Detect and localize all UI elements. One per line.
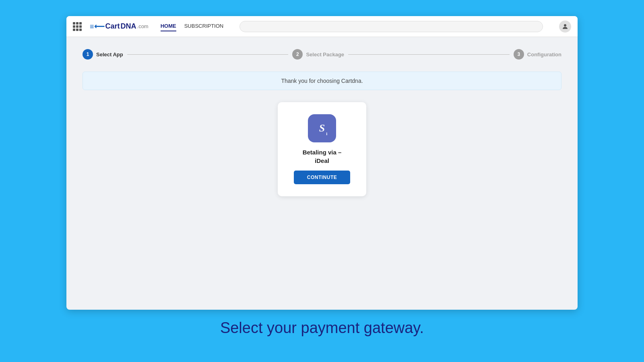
continue-button[interactable]: CONTINUTE <box>294 171 350 184</box>
nav-home[interactable]: HOME <box>161 21 176 31</box>
caption-text: Select your payment gateway. <box>220 319 424 337</box>
step-line-2 <box>348 54 510 55</box>
svg-point-0 <box>564 24 566 27</box>
step-3: 3 Configuration <box>514 49 561 60</box>
app-icon: Si <box>308 114 336 142</box>
nav-links: HOME SUBSCRIPTION <box>161 21 224 31</box>
step-1-label: Select App <box>96 51 123 58</box>
step-3-label: Configuration <box>527 51 561 58</box>
step-1: 1 Select App <box>83 49 123 60</box>
step-line-1 <box>127 54 289 55</box>
card-container: Si Betaling via –iDeal CONTINUTE <box>83 102 561 196</box>
step-2-label: Select Package <box>306 51 344 58</box>
grid-icon[interactable] <box>73 22 82 31</box>
app-icon-letter: Si <box>319 122 325 134</box>
app-card: Si Betaling via –iDeal CONTINUTE <box>278 102 366 196</box>
user-avatar[interactable] <box>559 21 571 33</box>
step-2-circle: 2 <box>292 49 303 60</box>
browser-window: ≡⟵ CartDNA.com HOME SUBSCRIPTION 1 Selec… <box>66 16 578 310</box>
page-content: 1 Select App 2 Select Package 3 Configur… <box>66 37 578 310</box>
step-3-circle: 3 <box>514 49 524 60</box>
nav-subscription[interactable]: SUBSCRIPTION <box>184 21 224 31</box>
step-2: 2 Select Package <box>292 49 344 60</box>
thank-you-banner: Thank you for choosing Cartdna. <box>83 72 561 90</box>
step-1-circle: 1 <box>83 49 93 60</box>
app-name: Betaling via –iDeal <box>303 148 342 165</box>
caption: Select your payment gateway. <box>0 310 644 346</box>
stepper: 1 Select App 2 Select Package 3 Configur… <box>83 49 561 60</box>
site-logo: ≡⟵ CartDNA.com <box>90 22 149 31</box>
top-bar: ≡⟵ CartDNA.com HOME SUBSCRIPTION <box>66 16 578 37</box>
url-bar <box>239 21 543 32</box>
banner-text: Thank you for choosing Cartdna. <box>281 78 363 84</box>
